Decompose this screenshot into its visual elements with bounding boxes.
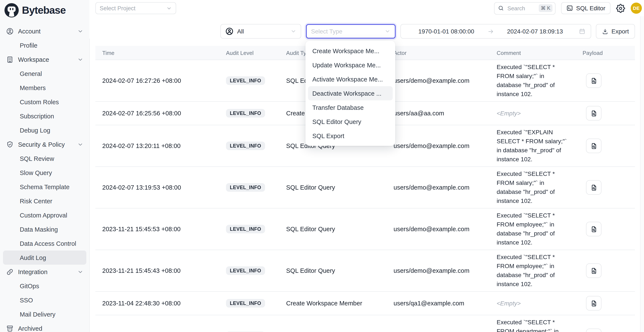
cell-actor: users/demo@example.com bbox=[387, 315, 490, 332]
avatar[interactable]: DE bbox=[631, 2, 642, 14]
file-search-icon bbox=[590, 300, 598, 307]
project-select[interactable]: Select Project bbox=[96, 2, 176, 14]
sidebar-section-label: Workspace bbox=[18, 56, 49, 63]
sidebar-item-subscription[interactable]: Subscription bbox=[0, 109, 89, 123]
sidebar: Bytebase AccountProfileWorkspaceGeneralM… bbox=[0, 0, 90, 332]
cell-payload bbox=[576, 315, 635, 332]
file-search-icon bbox=[590, 142, 598, 150]
chevron-down-icon bbox=[77, 56, 83, 62]
sidebar-item-audit-log[interactable]: Audit Log bbox=[3, 251, 86, 265]
empty-comment: <Empty> bbox=[497, 299, 521, 308]
cell-audit-type: SQL Editor Query bbox=[279, 315, 387, 332]
date-to[interactable]: 2024-02-07 18:09:13 bbox=[495, 28, 575, 35]
sidebar-item-sql-review[interactable]: SQL Review bbox=[0, 152, 89, 166]
sidebar-section-account[interactable]: Account bbox=[0, 24, 89, 38]
cell-comment: Executed `"EXPLAIN SELECT * FROM salary;… bbox=[490, 125, 576, 166]
table-row: 2023-11-04 22:48:30 +08:00LEVEL_INFOCrea… bbox=[96, 292, 635, 315]
sidebar-item-mail-delivery[interactable]: Mail Delivery bbox=[0, 307, 89, 321]
arrow-right-icon bbox=[488, 28, 494, 34]
menu-item-transfer-database[interactable]: Transfer Database bbox=[306, 100, 395, 115]
sidebar-item-debug-log[interactable]: Debug Log bbox=[0, 123, 89, 137]
sidebar-section-archived[interactable]: Archived bbox=[0, 321, 89, 332]
calendar-icon bbox=[579, 28, 586, 35]
scrollbar-track[interactable] bbox=[640, 16, 644, 332]
cell-audit-type: SQL Editor Query bbox=[279, 250, 387, 291]
type-filter-select[interactable]: Select Type bbox=[306, 24, 396, 39]
sidebar-item-gitops[interactable]: GitOps bbox=[0, 279, 89, 293]
payload-view-button[interactable] bbox=[586, 73, 602, 88]
sidebar-section-workspace[interactable]: Workspace bbox=[0, 52, 89, 66]
menu-item-create-workspace-me[interactable]: Create Workspace Me... bbox=[306, 44, 395, 58]
sidebar-item-members[interactable]: Members bbox=[0, 81, 89, 95]
sidebar-item-custom-approval[interactable]: Custom Approval bbox=[0, 208, 89, 222]
sidebar-item-data-access-control[interactable]: Data Access Control bbox=[0, 236, 89, 251]
bytebase-logo[interactable]: Bytebase bbox=[0, 0, 89, 20]
cell-time: 2023-11-21 15:45:43 +08:00 bbox=[96, 250, 219, 291]
export-label: Export bbox=[612, 28, 629, 35]
sidebar-item-profile[interactable]: Profile bbox=[0, 38, 89, 52]
search-input[interactable] bbox=[506, 4, 529, 12]
sidebar-item-risk-center[interactable]: Risk Center bbox=[0, 194, 89, 208]
search-box[interactable]: ⌘ K bbox=[494, 2, 556, 14]
cell-time: 2024-02-07 16:27:26 +08:00 bbox=[96, 60, 219, 101]
menu-item-sql-export[interactable]: SQL Export bbox=[306, 129, 395, 143]
cell-comment: <Empty> bbox=[490, 102, 576, 125]
sidebar-item-slow-query[interactable]: Slow Query bbox=[0, 166, 89, 180]
bytebase-logo-icon bbox=[4, 3, 19, 17]
payload-view-button[interactable] bbox=[586, 263, 602, 278]
date-from[interactable]: 1970-01-01 08:00:00 bbox=[406, 28, 486, 35]
payload-view-button[interactable] bbox=[586, 106, 602, 121]
sidebar-item-custom-roles[interactable]: Custom Roles bbox=[0, 95, 89, 109]
sidebar-item-sso[interactable]: SSO bbox=[0, 293, 89, 307]
menu-item-activate-workspace-me[interactable]: Activate Workspace Me... bbox=[306, 72, 395, 86]
payload-view-button[interactable] bbox=[586, 180, 602, 195]
table-row: 2023-11-04 21:26:24 +08:00LEVEL_INFOSQL … bbox=[96, 315, 635, 332]
archive-icon bbox=[6, 325, 14, 332]
audit-level-badge: LEVEL_INFO bbox=[226, 142, 265, 150]
top-bar: Select Project ⌘ K SQL Editor DE bbox=[89, 0, 644, 17]
search-shortcut-badge: ⌘ K bbox=[538, 4, 552, 12]
cell-actor: users/qa1@example.com bbox=[387, 292, 490, 315]
sql-editor-label: SQL Editor bbox=[576, 5, 605, 11]
menu-item-sql-editor-query[interactable]: SQL Editor Query bbox=[306, 115, 395, 129]
comment-text: Executed `"EXPLAIN SELECT * FROM salary;… bbox=[497, 128, 569, 164]
menu-item-deactivate-workspace[interactable]: Deactivate Workspace ... bbox=[308, 86, 393, 100]
building-icon bbox=[6, 56, 14, 63]
audit-level-badge: LEVEL_INFO bbox=[226, 299, 265, 308]
cell-actor: users/demo@example.com bbox=[387, 167, 490, 208]
cell-payload bbox=[576, 102, 635, 125]
sidebar-item-data-masking[interactable]: Data Masking bbox=[0, 222, 89, 236]
payload-view-button[interactable] bbox=[586, 329, 602, 332]
sidebar-item-general[interactable]: General bbox=[0, 66, 89, 81]
menu-item-update-workspace-me[interactable]: Update Workspace Me... bbox=[306, 58, 395, 72]
cell-actor: users/demo@example.com bbox=[387, 208, 490, 250]
sidebar-section-security-policy[interactable]: Security & Policy bbox=[0, 137, 89, 152]
cell-payload bbox=[576, 292, 635, 315]
column-header-audit-level: Audit Level bbox=[219, 49, 279, 56]
export-button[interactable]: Export bbox=[596, 24, 635, 39]
cell-payload bbox=[576, 167, 635, 208]
sidebar-item-label: Slow Query bbox=[20, 169, 52, 176]
payload-view-button[interactable] bbox=[586, 296, 602, 311]
cell-time: 2024-02-07 13:20:11 +08:00 bbox=[96, 125, 219, 166]
actor-filter-select[interactable]: All bbox=[220, 24, 301, 39]
chevron-down-icon bbox=[77, 28, 83, 34]
sidebar-section-integration[interactable]: Integration bbox=[0, 265, 89, 279]
topbar-right: ⌘ K SQL Editor DE bbox=[494, 2, 642, 14]
chevron-down-icon bbox=[166, 5, 172, 11]
date-range-picker[interactable]: 1970-01-01 08:00:00 2024-02-07 18:09:13 bbox=[400, 24, 591, 39]
cell-audit-type: Create Workspace Member bbox=[279, 292, 387, 315]
sql-editor-button[interactable]: SQL Editor bbox=[561, 2, 610, 14]
column-header-time: Time bbox=[96, 49, 219, 56]
sidebar-item-schema-template[interactable]: Schema Template bbox=[0, 180, 89, 194]
payload-view-button[interactable] bbox=[586, 139, 602, 153]
gear-icon[interactable] bbox=[616, 4, 625, 13]
payload-view-button[interactable] bbox=[586, 222, 602, 236]
sidebar-item-label: Audit Log bbox=[20, 254, 46, 261]
cell-actor: users/demo@example.com bbox=[387, 250, 490, 291]
file-search-icon bbox=[590, 110, 598, 117]
cell-comment: <Empty> bbox=[490, 292, 576, 315]
cell-time: 2024-02-07 16:25:56 +08:00 bbox=[96, 102, 219, 125]
search-icon bbox=[498, 5, 504, 11]
file-search-icon bbox=[590, 267, 598, 274]
